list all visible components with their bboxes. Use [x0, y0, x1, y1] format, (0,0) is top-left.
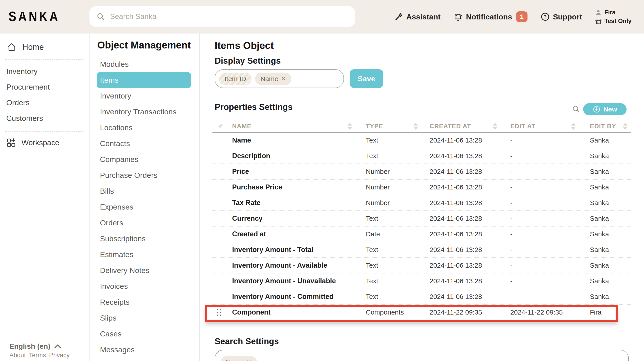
column-label: EDIT AT	[510, 123, 536, 130]
cell-type: Text	[355, 246, 421, 254]
sort-arrows-icon[interactable]	[623, 123, 628, 130]
properties-settings-heading: Properties Settings	[215, 101, 292, 113]
objectnav-item-inventory-transactions[interactable]: Inventory Transactions	[97, 104, 191, 120]
objectnav-item-estimates[interactable]: Estimates	[97, 247, 191, 263]
display-settings-field[interactable]: Item IDName✕	[215, 69, 344, 88]
search-settings-heading: Search Settings	[215, 336, 279, 347]
new-property-button[interactable]: New	[583, 103, 626, 115]
tag-name[interactable]: Name✕	[255, 73, 292, 85]
sidebar-item-customers[interactable]: Customers	[0, 110, 90, 126]
topbar: SANKA Search Sanka Assistant	[0, 0, 644, 33]
language-selector[interactable]: English (en)	[10, 341, 90, 351]
table-row-created-at[interactable]: Created atDate2024-11-06 13:28-Sanka	[212, 227, 630, 242]
column-header-type[interactable]: TYPE	[355, 121, 421, 132]
objectnav-item-locations[interactable]: Locations	[97, 120, 191, 136]
objectnav-item-items[interactable]: Items	[97, 72, 191, 88]
remove-tag-icon[interactable]: ✕	[281, 75, 286, 82]
help-icon: ?	[540, 12, 550, 21]
legal-links: AboutTermsPrivacy	[10, 352, 90, 359]
objectnav-item-modules[interactable]: Modules	[97, 56, 191, 72]
save-button[interactable]: Save	[350, 69, 383, 88]
link-about[interactable]: About	[10, 352, 26, 359]
sidebar-item-workspace[interactable]: Workspace	[6, 134, 59, 151]
pin-column-header	[212, 121, 230, 132]
table-row-name[interactable]: NameText2024-11-06 13:28-Sanka	[212, 133, 630, 148]
sort-arrows-icon[interactable]	[493, 123, 497, 130]
cell-edit-at: -	[500, 293, 579, 301]
row-handle-cell	[212, 273, 230, 289]
row-handle-cell	[212, 164, 230, 179]
sidebar-item-procurement[interactable]: Procurement	[0, 79, 90, 95]
column-header-edit-by[interactable]: EDIT BY	[579, 121, 630, 132]
objectnav-item-inventory[interactable]: Inventory	[97, 88, 191, 104]
table-row-inventory-amount-total[interactable]: Inventory Amount - TotalText2024-11-06 1…	[212, 242, 630, 258]
properties-table: NAMETYPECREATED ATEDIT ATEDIT BY NameTex…	[212, 121, 630, 320]
sort-arrows-icon[interactable]	[348, 123, 352, 130]
wand-icon	[394, 12, 403, 21]
drag-handle[interactable]	[212, 305, 230, 320]
app-logo[interactable]: SANKA	[8, 8, 60, 24]
table-row-description[interactable]: DescriptionText2024-11-06 13:28-Sanka	[212, 148, 630, 164]
objectnav-item-bills[interactable]: Bills	[97, 183, 191, 199]
sidebar-item-orders[interactable]: Orders	[0, 95, 90, 110]
tag-label: Name	[226, 359, 244, 361]
row-handle-cell	[212, 258, 230, 273]
drag-handle-icon[interactable]	[217, 309, 221, 316]
search-settings-field[interactable]: Name✕	[215, 350, 629, 361]
cell-name: Name	[230, 136, 355, 144]
object-nav-list: ModulesItemsInventoryInventory Transacti…	[97, 56, 191, 358]
user-menu[interactable]: Fira Test Only	[595, 9, 632, 24]
column-header-created-at[interactable]: CREATED AT	[421, 121, 500, 132]
column-header-name[interactable]: NAME	[230, 121, 355, 132]
link-terms[interactable]: Terms	[29, 352, 46, 359]
search-input[interactable]: Search Sanka	[90, 6, 355, 27]
link-privacy[interactable]: Privacy	[49, 352, 70, 359]
table-row-inventory-amount-committed[interactable]: Inventory Amount - CommittedText2024-11-…	[212, 289, 630, 305]
cell-edit-by: Sanka	[579, 293, 630, 301]
objectnav-item-subscriptions[interactable]: Subscriptions	[97, 231, 191, 247]
properties-search-icon[interactable]	[572, 104, 580, 113]
notifications-button[interactable]: Notifications 1	[454, 11, 528, 22]
sidebar-item-home[interactable]: Home	[7, 38, 44, 56]
cell-edit-at: -	[500, 230, 579, 238]
objectnav-item-invoices[interactable]: Invoices	[97, 278, 191, 294]
sort-arrows-icon[interactable]	[414, 123, 418, 130]
objectnav-item-orders[interactable]: Orders	[97, 215, 191, 231]
cell-type: Number	[355, 199, 421, 207]
cell-type: Components	[355, 309, 421, 316]
tag-name[interactable]: Name✕	[220, 356, 257, 361]
tag-item-id[interactable]: Item ID	[219, 73, 252, 85]
objectnav-item-cases[interactable]: Cases	[97, 326, 191, 342]
table-row-tax-rate[interactable]: Tax RateNumber2024-11-06 13:28-Sanka	[212, 195, 630, 211]
objectnav-item-receipts[interactable]: Receipts	[97, 294, 191, 310]
cell-type: Text	[355, 262, 421, 269]
table-row-inventory-amount-unavailable[interactable]: Inventory Amount - UnavailableText2024-1…	[212, 273, 630, 289]
objectnav-item-delivery-notes[interactable]: Delivery Notes	[97, 263, 191, 278]
cell-name: Purchase Price	[230, 183, 355, 191]
objectnav-item-companies[interactable]: Companies	[97, 151, 191, 167]
cell-edit-at: -	[500, 168, 579, 175]
cell-edit-by: Sanka	[579, 199, 630, 207]
table-row-inventory-amount-available[interactable]: Inventory Amount - AvailableText2024-11-…	[212, 258, 630, 273]
objectnav-item-contacts[interactable]: Contacts	[97, 136, 191, 151]
objectnav-item-messages[interactable]: Messages	[97, 342, 191, 358]
cell-name: Description	[230, 152, 355, 160]
sidebar: Home InventoryProcurementOrdersCustomers…	[0, 33, 90, 361]
assistant-button[interactable]: Assistant	[394, 12, 440, 21]
cell-edit-at: -	[500, 215, 579, 222]
objectnav-item-slips[interactable]: Slips	[97, 310, 191, 326]
sort-arrows-icon[interactable]	[571, 123, 576, 130]
remove-tag-icon[interactable]: ✕	[246, 359, 252, 361]
table-row-currency[interactable]: CurrencyText2024-11-06 13:28-Sanka	[212, 211, 630, 227]
cell-created-at: 2024-11-06 13:28	[421, 277, 500, 285]
tag-label: Name	[260, 75, 278, 83]
table-row-price[interactable]: PriceNumber2024-11-06 13:28-Sanka	[212, 164, 630, 180]
table-row-component[interactable]: ComponentComponents2024-11-22 09:352024-…	[212, 305, 630, 320]
sidebar-item-inventory[interactable]: Inventory	[0, 63, 90, 79]
objectnav-item-purchase-orders[interactable]: Purchase Orders	[97, 167, 191, 183]
column-header-edit-at[interactable]: EDIT AT	[500, 121, 579, 132]
table-row-purchase-price[interactable]: Purchase PriceNumber2024-11-06 13:28-San…	[212, 180, 630, 195]
cell-type: Date	[355, 230, 421, 238]
objectnav-item-expenses[interactable]: Expenses	[97, 199, 191, 215]
support-button[interactable]: ? Support	[540, 12, 582, 21]
